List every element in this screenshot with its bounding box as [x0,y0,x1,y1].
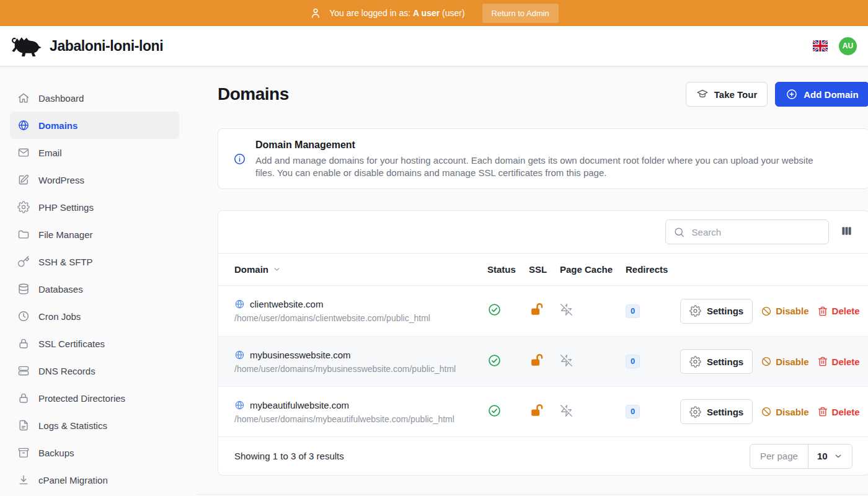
zap-off-icon [560,404,573,417]
check-circle-icon [487,303,502,317]
file-text-icon [17,419,30,432]
settings-button[interactable]: Settings [680,299,753,324]
language-flag-icon[interactable] [813,40,828,51]
page-cache-cell [560,303,626,319]
database-icon [17,283,30,295]
per-page-value[interactable]: 10 [808,445,852,468]
sidebar-item-label: Logs & Statistics [38,420,107,431]
clock-icon [17,310,30,322]
table-toolbar [218,211,868,253]
ssl-cell [529,302,560,320]
sidebar-item-label: File Manager [38,229,93,240]
columns-icon [841,225,852,237]
domain-name: mybeautifulwebsite.com [250,400,349,410]
domain-row-clientwebsite-com: clientwebsite.com /home/user/domains/cli… [218,286,868,336]
archive-icon [17,446,30,459]
plus-circle-icon [786,88,798,100]
per-page-select[interactable]: Per page 10 [750,444,852,469]
page-cache-cell [560,404,626,420]
sidebar-item-domains[interactable]: Domains [10,112,179,139]
search-input[interactable] [691,226,821,238]
redirects-count-badge: 0 [626,405,640,418]
sidebar-item-backups[interactable]: Backups [10,439,179,466]
settings-button[interactable]: Settings [680,399,753,424]
unlock-icon [529,353,544,368]
unlock-icon [529,302,544,317]
gear-icon [17,201,30,213]
impersonation-banner: You are logged in as: A user (user) Retu… [0,0,868,26]
sidebar-item-cpanel-migration[interactable]: cPanel Migration [10,466,179,494]
settings-button[interactable]: Settings [680,349,753,374]
domain-cell: clientwebsite.com /home/user/domains/cli… [234,299,487,323]
sidebar-item-dns-records[interactable]: DNS Records [10,357,179,384]
gear-icon [689,305,701,317]
download-icon [17,474,30,486]
chevron-down-icon [833,451,843,461]
mail-icon [17,146,30,159]
home-icon [17,92,30,104]
sidebar-item-protected-directories[interactable]: Protected Directories [10,384,179,412]
sidebar-item-dashboard[interactable]: Dashboard [10,84,179,112]
key-icon [17,255,30,268]
server-icon [17,365,30,377]
sidebar-item-label: Cron Jobs [38,311,81,322]
search-icon [673,226,685,238]
zap-off-icon [560,354,573,367]
sidebar-item-ssh-sftp[interactable]: SSH & SFTP [10,248,179,275]
boar-logo-icon [10,33,42,58]
search-box [665,219,829,244]
check-circle-icon [487,404,502,418]
sidebar-item-label: SSL Certificates [38,339,105,349]
column-visibility-button[interactable] [839,224,854,240]
column-header-status: Status [487,264,529,275]
row-actions: Settings Disable Delete [680,349,860,374]
delete-button[interactable]: Delete [817,406,860,417]
add-domain-button[interactable]: Add Domain [775,82,868,107]
globe-icon [234,350,245,360]
sidebar-item-cron-jobs[interactable]: Cron Jobs [10,303,179,330]
sidebar-item-file-manager[interactable]: File Manager [10,221,179,248]
banner-user-role: (user) [442,8,465,18]
sidebar-item-label: Databases [38,284,83,294]
redirects-cell: 0 [626,405,680,418]
sidebar-item-label: PHP Settings [38,202,94,213]
folder-icon [17,228,30,241]
slash-circle-icon [761,356,772,367]
app-header: Jabaloni-loni-loni AU [0,26,868,66]
sidebar-item-ssl-certificates[interactable]: SSL Certificates [10,330,179,357]
take-tour-button[interactable]: Take Tour [686,82,768,107]
delete-button[interactable]: Delete [817,306,860,317]
globe-icon [17,119,30,131]
document-root-path: /home/user/domains/mybeautifulwebsite.co… [234,414,487,424]
column-header-domain[interactable]: Domain [234,264,487,275]
sidebar-item-databases[interactable]: Databases [10,275,179,303]
domain-cell: mybusinesswebsite.com /home/user/domains… [234,350,487,374]
domain-row-mybusinesswebsite-com: mybusinesswebsite.com /home/user/domains… [218,336,868,386]
main-content: Domains Take Tour Add Domain Domain Mana… [197,66,868,496]
disable-button[interactable]: Disable [761,406,808,417]
slash-circle-icon [761,306,772,317]
sidebar-item-php-settings[interactable]: PHP Settings [10,193,179,221]
user-avatar[interactable]: AU [839,37,857,55]
disable-button[interactable]: Disable [761,306,808,317]
page-cache-cell [560,354,626,370]
sidebar-item-label: Email [38,148,62,158]
edit-icon [17,174,30,186]
return-to-admin-button[interactable]: Return to Admin [482,4,559,23]
results-summary: Showing 1 to 3 of 3 results [234,451,344,461]
trash-icon [817,356,828,367]
ssl-cell [529,403,560,421]
domain-name: mybusinesswebsite.com [250,350,351,360]
delete-button[interactable]: Delete [817,356,860,367]
banner-message: You are logged in as: A user (user) [329,8,464,18]
sidebar-item-email[interactable]: Email [10,139,179,166]
globe-icon [234,400,245,410]
redirects-cell: 0 [626,304,680,318]
table-footer: Showing 1 to 3 of 3 results Per page 10 [218,436,868,475]
disable-button[interactable]: Disable [761,356,808,367]
sidebar-item-logs-statistics[interactable]: Logs & Statistics [10,412,179,439]
sidebar-item-label: Backups [38,448,74,458]
check-circle-icon [487,353,502,368]
sidebar-item-wordpress[interactable]: WordPress [10,166,179,193]
lock-icon [17,392,30,404]
